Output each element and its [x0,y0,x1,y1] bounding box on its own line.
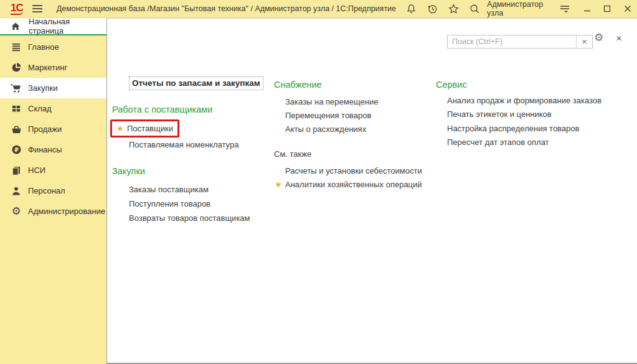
sidebar-item-sklad[interactable]: Склад [0,98,106,119]
column-suppliers: Отчеты по запасам и закупкам Работа с по… [112,77,268,223]
pie-chart-icon [10,62,22,73]
favorites-star-icon[interactable] [448,2,460,15]
minimize-button[interactable] [582,2,592,15]
panel-close-icon[interactable]: ✕ [616,35,622,42]
link-postavlyaemaya-nomenklatura[interactable]: Поставляемая номенклатура [112,140,268,150]
reference-books-icon [10,165,22,176]
favorite-star-icon[interactable]: ★ [116,124,127,133]
see-also-label: См. также [274,149,433,159]
starred-row: ★Аналитики хозяйственных операций [274,180,433,190]
sidebar-item-label: НСИ [28,166,45,175]
section-title-zakupki: Закупки [112,166,268,177]
service-menu-icon[interactable] [559,2,570,15]
sidebar-item-personal[interactable]: Персонал [0,180,106,201]
column-supply: Снабжение Заказы на перемещение Перемеще… [274,80,433,190]
search-clear-icon[interactable]: ✕ [576,35,592,48]
sidebar-item-finansy[interactable]: ₽ Финансы [0,139,106,160]
gear-icon: ⚙ [10,206,22,217]
link-raschety-sebestoimosti[interactable]: Расчеты и установки себестоимости [274,166,433,176]
sidebar-item-label: Склад [28,104,52,113]
basket-icon [10,124,22,135]
link-analitiki-operatsiy[interactable]: Аналитики хозяйственных операций [285,180,422,189]
notifications-bell-icon[interactable] [405,2,417,15]
red-highlight-annotation: ★Поставщики [110,119,179,138]
favorite-star-icon[interactable]: ★ [275,180,285,190]
sidebar-item-label: Финансы [28,145,62,154]
link-vozvraty-tovarov[interactable]: Возвраты товаров поставщикам [112,213,268,223]
section-title-suppliers-work: Работа с поставщиками [112,105,268,115]
sidebar-item-label: Администрирование [28,207,105,216]
link-nastroyka-raspredeleniya[interactable]: Настройка распределения товаров [436,124,637,134]
sidebar-item-prodazhi[interactable]: Продажи [0,119,106,139]
sections-panel: Начальная страница Главное Маркетинг Зак… [0,18,106,364]
highlighted-row: ★Поставщики [110,119,268,138]
home-page-label: Начальная страница [29,17,106,35]
home-page-tab[interactable]: Начальная страница [0,18,106,35]
link-pereschet-dat[interactable]: Пересчет дат этапов оплат [436,138,637,147]
sidebar-item-label: Продажи [28,124,62,134]
sidebar-item-nsi[interactable]: НСИ [0,160,106,180]
title-bar: 1С Демонстрационная база /Магазин "Бытов… [0,0,637,18]
sidebar-item-label: Главное [28,42,59,52]
1c-logo-icon: 1С [11,2,23,15]
link-zakazy-postavshchikam[interactable]: Заказы поставщикам [112,185,268,195]
svg-text:₽: ₽ [14,146,19,153]
sidebar-item-label: Маркетинг [28,63,67,72]
link-peremeshcheniya-tovarov[interactable]: Перемещения товаров [274,111,433,121]
sidebar-item-marketing[interactable]: Маркетинг [0,57,106,78]
titlebar-controls: Администратор узла [396,0,637,17]
ruble-circle-icon: ₽ [10,144,22,156]
sidebar-item-label: Закупки [28,83,57,93]
sidebar-item-label: Персонал [28,186,65,195]
search-widget: ✕ [447,35,593,49]
sidebar-item-glavnoe[interactable]: Главное [0,37,106,57]
sidebar-item-zakupki[interactable]: Закупки [0,78,106,98]
link-analiz-prodazh[interactable]: Анализ продаж и формирование заказов [436,96,637,106]
sidebar-item-administrirovanie[interactable]: ⚙ Администрирование [0,201,106,222]
history-icon[interactable] [427,2,438,15]
reports-stock-purchases-link[interactable]: Отчеты по запасам и закупкам [129,77,263,90]
user-menu[interactable]: Администратор узла [487,0,552,17]
link-akty-o-raskhozhdeniyakh[interactable]: Акты о расхождениях [274,124,433,134]
maximize-button[interactable] [602,2,612,15]
window-title: Демонстрационная база /Магазин "Бытовая … [57,4,396,13]
section-title-servis: Сервис [436,80,637,90]
main-section-icon [10,42,22,53]
panel-settings-gear-icon[interactable]: ⚙ [594,32,603,43]
home-icon [9,21,22,32]
search-input[interactable] [448,35,576,48]
shopping-cart-icon [10,83,22,94]
link-pechat-etiketok[interactable]: Печать этикеток и ценников [436,110,637,119]
close-window-button[interactable] [622,2,633,15]
column-service: Сервис Анализ продаж и формирование зака… [436,80,637,147]
section-title-snabzhenie: Снабжение [274,80,433,90]
link-zakazy-na-peremeshchenie[interactable]: Заказы на перемещение [274,97,433,107]
warehouse-grid-icon [10,103,22,114]
main-menu-icon[interactable] [32,4,43,13]
global-search-icon[interactable] [469,2,481,15]
link-postavshchiki[interactable]: Поставщики [127,124,173,133]
person-icon [10,185,22,197]
functions-panel: ✕ ⚙ ✕ Отчеты по запасам и закупкам Работ… [106,18,637,364]
link-postupleniya-tovarov[interactable]: Поступления товаров [112,199,268,209]
